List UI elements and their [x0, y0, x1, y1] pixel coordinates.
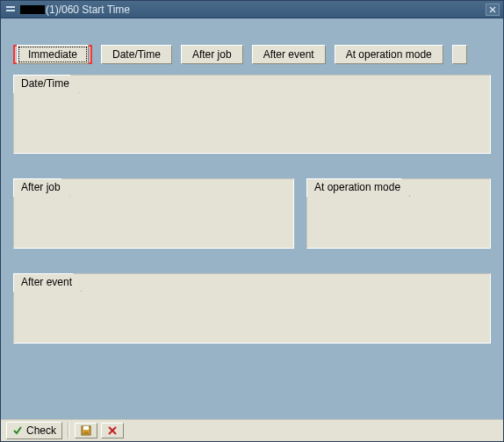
check-button[interactable]: Check [6, 422, 62, 439]
close-button[interactable] [486, 4, 500, 16]
after-event-group: After event [13, 273, 491, 344]
start-condition-buttons: Immediate Date/Time After job After even… [1, 18, 503, 75]
dialog-footer: Check [1, 419, 503, 441]
svg-rect-0 [6, 6, 15, 8]
after-job-group: After job [13, 178, 294, 249]
redacted-system-text [20, 5, 45, 14]
check-icon [12, 425, 23, 436]
check-button-label: Check [26, 424, 56, 437]
dialog-content: Immediate Date/Time After job After even… [1, 18, 503, 419]
immediate-button[interactable]: Immediate [17, 45, 89, 64]
selected-highlight: Immediate [13, 45, 92, 64]
after-event-group-label: After event [13, 273, 82, 292]
date-time-button[interactable]: Date/Time [101, 45, 172, 64]
svg-rect-6 [83, 431, 89, 435]
more-options-button[interactable] [452, 45, 467, 64]
at-operation-mode-group-label: At operation mode [306, 178, 410, 197]
save-icon [81, 425, 91, 436]
cancel-button[interactable] [101, 423, 124, 438]
date-time-group: Date/Time [13, 75, 491, 154]
after-job-button[interactable]: After job [181, 45, 243, 64]
system-menu-icon[interactable] [4, 4, 17, 16]
panels-area: Date/Time After job At operation mode Af… [1, 75, 503, 344]
window-title: (1)/060 Start Time [46, 4, 130, 16]
after-event-button[interactable]: After event [252, 45, 326, 64]
date-time-group-label: Date/Time [13, 75, 79, 93]
cancel-icon [107, 425, 118, 436]
footer-divider [68, 423, 69, 438]
at-operation-mode-button[interactable]: At operation mode [335, 45, 443, 64]
at-operation-mode-group: At operation mode [306, 178, 491, 249]
after-job-group-label: After job [13, 178, 70, 197]
start-time-dialog: (1)/060 Start Time Immediate Date/Time A… [0, 0, 504, 442]
svg-rect-1 [6, 10, 15, 11]
titlebar: (1)/060 Start Time [1, 1, 503, 18]
svg-rect-5 [83, 426, 89, 430]
save-button[interactable] [75, 423, 97, 438]
